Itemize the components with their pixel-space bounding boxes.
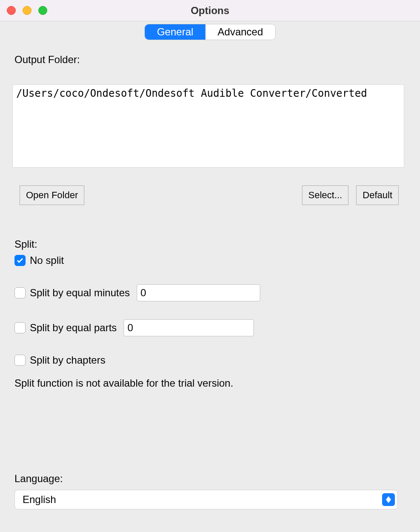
split-chapters-label: Split by chapters: [30, 354, 105, 366]
output-button-row: Open Folder Select... Default: [14, 185, 406, 205]
split-minutes-row: Split by equal minutes: [14, 284, 406, 301]
checkmark-icon: [16, 257, 24, 264]
split-minutes-input[interactable]: [137, 284, 260, 301]
close-icon[interactable]: [7, 6, 16, 15]
language-section: Language: English: [14, 473, 406, 509]
language-value: English: [23, 494, 56, 506]
split-trial-note: Split function is not available for the …: [14, 377, 406, 389]
titlebar: Options: [0, 0, 420, 21]
no-split-label: No split: [30, 254, 64, 266]
split-parts-label: Split by equal parts: [30, 322, 117, 334]
window-title: Options: [0, 5, 420, 17]
language-select[interactable]: English: [14, 490, 398, 509]
minimize-icon[interactable]: [23, 6, 32, 15]
split-minutes-label: Split by equal minutes: [30, 287, 130, 299]
traffic-lights: [7, 6, 47, 15]
split-parts-row: Split by equal parts: [14, 319, 406, 336]
no-split-row: No split: [14, 254, 406, 266]
default-button[interactable]: Default: [356, 185, 399, 205]
output-folder-path[interactable]: [12, 84, 404, 168]
tab-general[interactable]: General: [145, 24, 205, 40]
split-parts-input[interactable]: [124, 319, 254, 336]
tabs: General Advanced: [0, 21, 420, 44]
tab-segmented-control: General Advanced: [144, 24, 275, 40]
updown-icon: [382, 493, 395, 506]
tab-advanced[interactable]: Advanced: [205, 24, 275, 40]
no-split-checkbox[interactable]: [14, 255, 26, 266]
split-section: Split: No split Split by equal minutes S…: [14, 238, 406, 389]
language-label: Language:: [14, 473, 406, 485]
maximize-icon[interactable]: [38, 6, 47, 15]
open-folder-button[interactable]: Open Folder: [20, 185, 84, 205]
select-button[interactable]: Select...: [302, 185, 348, 205]
split-chapters-checkbox[interactable]: [14, 355, 26, 366]
split-chapters-row: Split by chapters: [14, 354, 406, 366]
split-label: Split:: [14, 238, 406, 250]
split-parts-checkbox[interactable]: [14, 322, 26, 333]
content: Output Folder: Open Folder Select... Def…: [0, 44, 420, 532]
split-minutes-checkbox[interactable]: [14, 287, 26, 298]
output-folder-label: Output Folder:: [14, 54, 406, 66]
